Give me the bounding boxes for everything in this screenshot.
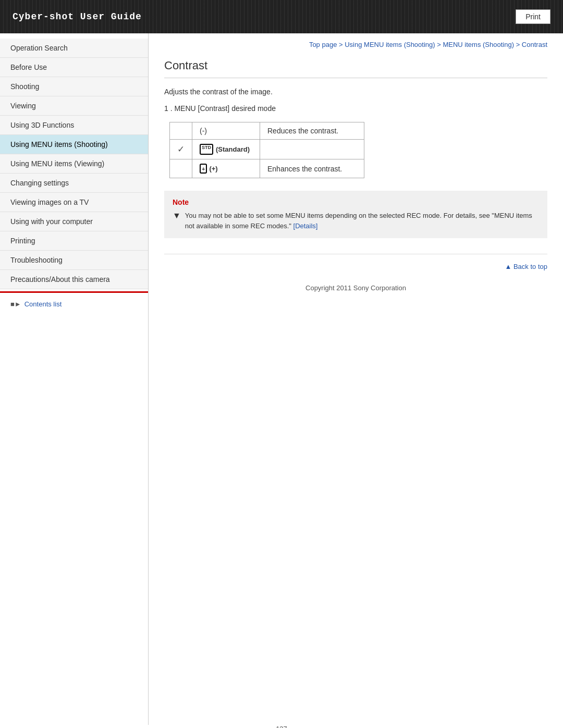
breadcrumb-current: Contrast: [522, 41, 547, 48]
check-cell-std: ✓: [170, 140, 192, 159]
icon-cell-std: STD (Standard): [192, 140, 260, 159]
sidebar-item-using-computer[interactable]: Using with your computer: [0, 212, 148, 231]
copyright-text: Copyright 2011 Sony Corporation: [164, 276, 547, 302]
table-row: + (+) Enhances the contrast.: [170, 159, 364, 178]
contents-icon: ■►: [10, 300, 21, 308]
table-row: (-) Reduces the contrast.: [170, 122, 364, 140]
step-instruction: 1 . MENU [Contrast] desired mode: [164, 104, 547, 113]
details-link[interactable]: [Details]: [293, 222, 318, 230]
app-title: Cyber-shot User Guide: [13, 11, 142, 22]
checkmark-icon: ✓: [177, 144, 185, 154]
sidebar-item-menu-viewing[interactable]: Using MENU items (Viewing): [0, 154, 148, 174]
sidebar-item-viewing-tv[interactable]: Viewing images on a TV: [0, 193, 148, 212]
contrast-table: (-) Reduces the contrast. ✓ STD (S: [169, 122, 364, 178]
icon-cell-minus: (-): [192, 122, 260, 140]
breadcrumb-sep-1: >: [339, 41, 345, 48]
note-title: Note: [173, 198, 539, 206]
check-cell-plus: [170, 159, 192, 178]
sidebar-item-changing-settings[interactable]: Changing settings: [0, 174, 148, 193]
desc-cell-plus: Enhances the contrast.: [260, 159, 364, 178]
sidebar: Operation Search Before Use Shooting Vie…: [0, 33, 149, 725]
page-number: 137: [0, 725, 563, 728]
standard-icon: STD (Standard): [200, 144, 250, 154]
page-layout: Operation Search Before Use Shooting Vie…: [0, 33, 563, 725]
note-arrow-icon: ▼: [173, 211, 181, 220]
sidebar-item-3d-functions[interactable]: Using 3D Functions: [0, 116, 148, 135]
page-footer: ▲ Back to top: [164, 254, 547, 276]
desc-cell-minus: Reduces the contrast.: [260, 122, 364, 140]
note-content: ▼ You may not be able to set some MENU i…: [173, 211, 539, 231]
check-cell-1: [170, 122, 192, 140]
note-text: You may not be able to set some MENU ite…: [185, 211, 539, 231]
icon-cell-plus: + (+): [192, 159, 260, 178]
sidebar-item-operation-search[interactable]: Operation Search: [0, 39, 148, 58]
page-title: Contrast: [164, 59, 547, 78]
plus-icon: + (+): [200, 164, 218, 174]
sidebar-item-before-use[interactable]: Before Use: [0, 58, 148, 77]
header: Cyber-shot User Guide Print: [0, 0, 563, 33]
print-button[interactable]: Print: [516, 9, 550, 24]
note-box: Note ▼ You may not be able to set some M…: [164, 191, 547, 238]
sidebar-item-viewing[interactable]: Viewing: [0, 96, 148, 116]
minus-label: (-): [200, 127, 207, 135]
back-to-top-link[interactable]: ▲ Back to top: [505, 263, 547, 270]
main-content: Top page > Using MENU items (Shooting) >…: [149, 33, 563, 725]
sidebar-footer: ■► Contents list: [0, 291, 148, 315]
breadcrumb: Top page > Using MENU items (Shooting) >…: [164, 33, 547, 54]
contents-list-link[interactable]: Contents list: [25, 300, 62, 308]
table-row: ✓ STD (Standard): [170, 140, 364, 159]
sidebar-item-menu-shooting[interactable]: Using MENU items (Shooting): [0, 135, 148, 154]
breadcrumb-top[interactable]: Top page: [309, 41, 337, 48]
breadcrumb-menu-items-shooting[interactable]: MENU items (Shooting): [443, 41, 514, 48]
breadcrumb-menu-shooting[interactable]: Using MENU items (Shooting): [345, 41, 435, 48]
sidebar-item-troubleshooting[interactable]: Troubleshooting: [0, 251, 148, 270]
page-description: Adjusts the contrast of the image.: [164, 88, 547, 96]
sidebar-item-precautions[interactable]: Precautions/About this camera: [0, 270, 148, 289]
breadcrumb-sep-3: >: [516, 41, 522, 48]
breadcrumb-sep-2: >: [437, 41, 443, 48]
desc-cell-std: [260, 140, 364, 159]
sidebar-item-shooting[interactable]: Shooting: [0, 77, 148, 96]
sidebar-item-printing[interactable]: Printing: [0, 231, 148, 251]
